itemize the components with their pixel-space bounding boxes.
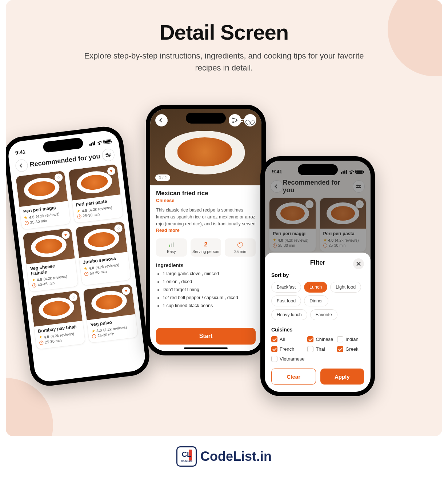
share-icon xyxy=(232,118,237,123)
favorite-toggle[interactable]: ♥ xyxy=(121,286,131,295)
recipe-card[interactable]: ♥ Veg pulao ★4.0(4.2k reviews) 25-30 min xyxy=(83,283,138,343)
recipe-card[interactable]: ♡ Peri peri maggi ★4.0(4.2k reviews) 25-… xyxy=(15,170,71,230)
sort-chip[interactable]: Favorite xyxy=(310,309,337,320)
cuisine-checkbox[interactable]: Greek xyxy=(337,346,364,352)
sort-chip[interactable]: Heavy lunch xyxy=(271,309,307,320)
sort-chip[interactable]: Light food xyxy=(330,282,361,293)
cuisine-checkbox[interactable]: Indian xyxy=(337,336,364,342)
brand-name: CodeList.in xyxy=(200,449,272,464)
share-button[interactable] xyxy=(229,114,241,126)
star-icon: ★ xyxy=(76,209,81,214)
recipe-description: This classic rice based recipe is someti… xyxy=(156,207,256,234)
recipe-card[interactable]: ♥ Peri peri pasta ★4.0(4.2k reviews) 25-… xyxy=(68,164,124,224)
phone-mockup-detail: 9:41 1 / 2 Mexican fried rice Chinese Th… xyxy=(146,105,266,355)
filter-button[interactable] xyxy=(101,148,115,162)
read-more-link[interactable]: Read more xyxy=(156,228,180,233)
recipe-title: Mexican fried rice xyxy=(156,190,256,197)
rating-value: 4.0 xyxy=(44,334,49,339)
clock-icon xyxy=(39,340,44,345)
cuisine-label: All xyxy=(280,337,285,342)
sort-chip[interactable]: Brackfast xyxy=(271,282,301,293)
stat-time: 25 min xyxy=(225,238,256,257)
page-title: Detail Screen xyxy=(6,0,442,44)
sliders-icon xyxy=(106,155,111,157)
wifi-icon xyxy=(96,140,102,145)
filter-sheet: Filter Sort by BrackfastLunchLight foodF… xyxy=(265,253,371,392)
recipe-thumbnail: ♥ xyxy=(68,164,120,201)
marketing-stage: Detail Screen Explore step-by-step instr… xyxy=(6,0,442,436)
signal-icon xyxy=(89,141,95,146)
cuisine-label: Thai xyxy=(316,346,325,352)
cuisine-label: Greek xyxy=(345,346,358,352)
logo-badge: CL CodeList xyxy=(176,446,197,467)
sort-chip[interactable]: Lunch xyxy=(304,282,327,293)
chevron-left-icon xyxy=(159,118,163,122)
recipe-thumbnail: ♡ xyxy=(75,222,127,258)
home-indicator xyxy=(184,347,228,349)
page-subtitle: Explore step-by-step instructions, ingre… xyxy=(75,50,373,74)
favorite-toggle[interactable]: ♥ xyxy=(107,166,116,176)
cuisine-label: Indian xyxy=(345,337,358,342)
rating-value: 4.0 xyxy=(29,214,35,220)
star-icon: ★ xyxy=(31,277,36,282)
phone-notch xyxy=(298,164,338,175)
battery-icon xyxy=(103,139,112,144)
checkbox-icon xyxy=(307,336,313,342)
sort-by-label: Sort by xyxy=(271,272,364,278)
phone-mockup-filter: 9:41 Recommended for you ♡ Peri peri mag… xyxy=(260,156,375,396)
clock-icon xyxy=(32,283,36,287)
heart-icon xyxy=(247,118,253,123)
cuisine-tag[interactable]: Chinese xyxy=(156,198,256,203)
cuisine-checkbox[interactable]: All xyxy=(271,336,304,342)
decoration-circle xyxy=(6,378,53,436)
favorite-toggle[interactable]: ♡ xyxy=(114,224,123,233)
sort-chip[interactable]: Dinner xyxy=(304,295,328,306)
start-button[interactable]: Start xyxy=(156,328,256,345)
recipe-card[interactable]: ♡ Bombay pav bhaji ★4.0(4.2k reviews) 25… xyxy=(30,290,85,350)
ingredient-item: 1 onion , diced xyxy=(163,279,256,284)
recipe-thumbnail: ♥ xyxy=(83,284,135,320)
checkbox-icon xyxy=(307,346,313,352)
star-icon: ★ xyxy=(91,328,96,333)
recipe-thumbnail: ♥ xyxy=(23,228,75,264)
cuisine-checkbox[interactable]: French xyxy=(271,346,304,352)
sliders-icon xyxy=(105,153,111,155)
cuisine-checkbox[interactable]: Chinese xyxy=(307,336,334,342)
footer-brand: CL CodeList CodeList.in xyxy=(0,446,448,467)
checkbox-icon xyxy=(271,336,277,342)
decoration-circle xyxy=(388,0,442,76)
ingredient-item: 1 cup tinned black beans xyxy=(163,303,256,308)
ingredient-item: 1 large garlic clove , minced xyxy=(163,271,256,276)
favorite-button[interactable] xyxy=(244,114,256,126)
sort-chip[interactable]: Fast food xyxy=(271,295,301,306)
recipe-thumbnail: ♡ xyxy=(30,290,82,327)
apply-button[interactable]: Apply xyxy=(320,369,364,385)
favorite-toggle[interactable]: ♥ xyxy=(61,230,70,240)
back-button[interactable] xyxy=(155,114,168,126)
clock-icon xyxy=(92,334,96,338)
rating-value: 4.0 xyxy=(81,208,87,213)
stat-serving: 2 Serving person xyxy=(191,238,221,257)
image-pager: 1 / 2 xyxy=(155,174,170,181)
phone-notch xyxy=(186,113,226,124)
checkbox-icon xyxy=(271,346,277,352)
cuisine-checkbox[interactable]: Vietnamese xyxy=(271,356,304,362)
cuisine-label: Chinese xyxy=(316,337,333,342)
cuisine-label: Vietnamese xyxy=(280,356,304,362)
status-time: 9:41 xyxy=(15,149,26,156)
stat-difficulty: Easy xyxy=(156,238,187,257)
chevron-left-icon xyxy=(20,164,24,168)
clock-icon xyxy=(77,214,81,218)
star-icon: ★ xyxy=(84,266,88,271)
back-button[interactable] xyxy=(15,159,29,173)
favorite-toggle[interactable]: ♡ xyxy=(54,173,63,182)
recipe-card[interactable]: ♥ Veg cheese frainkie ★4.0(4.2k reviews)… xyxy=(22,228,79,292)
close-button[interactable] xyxy=(353,258,364,269)
rating-value: 4.0 xyxy=(96,328,102,333)
favorite-toggle[interactable]: ♡ xyxy=(69,293,78,302)
cuisine-checkbox[interactable]: Thai xyxy=(307,346,334,352)
clear-button[interactable]: Clear xyxy=(271,369,316,385)
recipe-card[interactable]: ♡ Jumbo samosa ★4.0(4.2k reviews) 50-60 … xyxy=(75,221,131,286)
clock-icon xyxy=(84,271,88,276)
checkbox-icon xyxy=(271,356,277,362)
